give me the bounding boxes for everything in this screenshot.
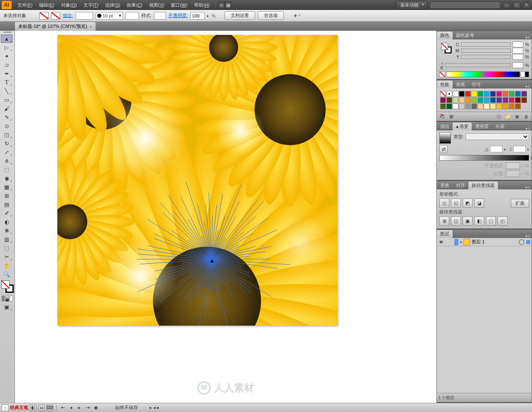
gradient-slider[interactable]: 🗑 <box>439 155 529 161</box>
swatch[interactable] <box>478 97 483 103</box>
line-tool[interactable]: ╲ <box>1 87 12 95</box>
menu-w[interactable]: 窗口(W) <box>167 2 191 8</box>
delete-swatch-icon[interactable]: 🗑 <box>522 113 530 120</box>
eraser-tool[interactable]: ◫ <box>1 130 12 139</box>
symbol-sprayer-tool[interactable]: ❋ <box>1 226 12 235</box>
swatch[interactable] <box>465 91 471 97</box>
swatch-menu-icon[interactable]: ▦ <box>448 113 455 120</box>
ime-punct-icon[interactable]: •• <box>38 405 45 411</box>
expand-arrow-icon[interactable]: ▸ <box>460 239 463 245</box>
tab-gradient[interactable]: 渐变 <box>453 123 472 130</box>
menu-o[interactable]: 对象(O) <box>58 2 80 8</box>
ime-keyboard-icon[interactable]: ⌨ <box>47 405 53 411</box>
lasso-tool[interactable]: ⊃ <box>1 61 12 69</box>
opacity-input[interactable] <box>190 12 204 20</box>
swatch[interactable] <box>521 97 527 103</box>
preferences-button[interactable]: 首选项 <box>258 11 284 20</box>
canvas[interactable]: // generate petals (function(){ var ps=d… <box>15 31 436 403</box>
swatch[interactable] <box>459 97 465 103</box>
tab-stroke[interactable]: 描边 <box>437 123 453 130</box>
workspace-selector[interactable]: 基本功能 <box>396 1 427 10</box>
menu-c[interactable]: 效果(C) <box>123 2 145 8</box>
swatch[interactable] <box>440 97 446 103</box>
swatch[interactable] <box>465 97 471 103</box>
spectrum-picker[interactable] <box>446 71 520 77</box>
free-transform-tool[interactable]: ⬚ <box>1 165 12 174</box>
swatch[interactable] <box>509 103 515 109</box>
screen-mode-tool[interactable]: ▣ <box>1 303 12 311</box>
swatch-options-icon[interactable]: ◫ <box>495 113 502 120</box>
opacity-link[interactable]: 不透明度: <box>168 12 188 19</box>
swatch[interactable] <box>484 97 490 103</box>
first-icon[interactable]: ⇤ <box>59 405 66 411</box>
blob-brush-tool[interactable]: ⊙ <box>1 122 12 130</box>
nav-icon[interactable]: ◉ <box>93 405 99 411</box>
reverse-gradient-icon[interactable]: ⇄ <box>439 145 448 153</box>
swatch[interactable] <box>478 91 483 97</box>
swatch[interactable] <box>446 103 452 109</box>
outline-button[interactable]: ▢ <box>486 216 496 226</box>
menu-s[interactable]: 选择(S) <box>102 2 124 8</box>
swatch[interactable] <box>453 103 458 109</box>
swatch[interactable] <box>502 103 508 109</box>
next-icon[interactable]: ▸ <box>76 405 83 411</box>
panel-menu-icon[interactable]: ▸≡ <box>524 234 532 238</box>
gradient-angle-input[interactable] <box>490 146 502 152</box>
swatch[interactable] <box>471 91 477 97</box>
stroke-swatch[interactable] <box>51 12 60 20</box>
swatch[interactable] <box>484 91 490 97</box>
flare-object-selected[interactable] <box>132 176 298 326</box>
divide-button[interactable]: ⊞ <box>439 216 449 226</box>
swatch[interactable] <box>521 91 527 97</box>
new-swatch-icon[interactable]: ▣ <box>513 113 521 120</box>
width-tool[interactable]: ⋔ <box>1 157 12 165</box>
swatch[interactable] <box>465 103 471 109</box>
cmyk-C-input[interactable] <box>512 42 523 47</box>
swatch[interactable] <box>515 97 521 103</box>
tab-align[interactable]: 对齐 <box>453 181 468 189</box>
minus-front-button[interactable]: ◱ <box>451 199 461 208</box>
ime-icon[interactable]: ⌂ <box>2 405 8 411</box>
swatch-none[interactable] <box>440 91 446 97</box>
swatch[interactable] <box>490 103 496 109</box>
pencil-tool[interactable]: ✎ <box>1 113 12 121</box>
visibility-toggle-icon[interactable]: 👁 <box>437 240 445 245</box>
swatch[interactable] <box>459 103 465 109</box>
swatch[interactable] <box>496 91 502 97</box>
swatch[interactable] <box>478 103 483 109</box>
scale-tool[interactable]: ⤢ <box>1 148 12 156</box>
swatch[interactable] <box>446 97 452 103</box>
stroke-link[interactable]: 描边: <box>63 12 73 19</box>
merge-button[interactable]: ▣ <box>463 216 473 226</box>
swatch[interactable] <box>502 91 508 97</box>
layer-name[interactable]: 图层 1 <box>470 239 519 245</box>
rectangle-tool[interactable]: ▭ <box>1 96 12 104</box>
paintbrush-tool[interactable]: 🖌 <box>1 104 12 113</box>
tab-pathfinder[interactable]: 路径查找器 <box>468 181 498 189</box>
prev-icon[interactable]: ◂ <box>68 405 74 411</box>
direct-selection-tool[interactable]: ▷ <box>1 43 12 52</box>
perspective-tool[interactable]: ▦ <box>1 183 12 191</box>
color-mode-buttons[interactable] <box>1 295 14 302</box>
close-tab-icon[interactable]: × <box>90 24 92 29</box>
mesh-tool[interactable]: ⊞ <box>1 191 12 200</box>
panel-menu-icon[interactable]: ▸≡ <box>524 185 532 189</box>
close-button[interactable]: ✕ <box>523 2 530 8</box>
trim-button[interactable]: ◫ <box>451 216 461 226</box>
swatch[interactable] <box>515 103 521 109</box>
brush-dropdown[interactable] <box>126 12 139 20</box>
arrange-icon[interactable]: ▦ <box>225 2 232 8</box>
fill-stroke-control[interactable] <box>1 280 14 293</box>
expand-button[interactable]: 扩展 <box>511 199 529 208</box>
swatch[interactable] <box>490 91 496 97</box>
last-icon[interactable]: ⇥ <box>84 405 91 411</box>
none-color-icon[interactable] <box>439 71 445 77</box>
tab-layers[interactable]: 图层 <box>437 230 453 238</box>
menu-f[interactable]: 文件(F) <box>14 2 36 8</box>
panel-menu-icon[interactable]: ▸≡ <box>524 35 532 39</box>
eyedropper-tool[interactable]: ✐ <box>1 209 12 217</box>
swatch[interactable] <box>459 91 465 97</box>
blend-tool[interactable]: ◐ <box>1 218 12 226</box>
unite-button[interactable]: ◫ <box>439 199 449 208</box>
swatch[interactable] <box>502 97 508 103</box>
